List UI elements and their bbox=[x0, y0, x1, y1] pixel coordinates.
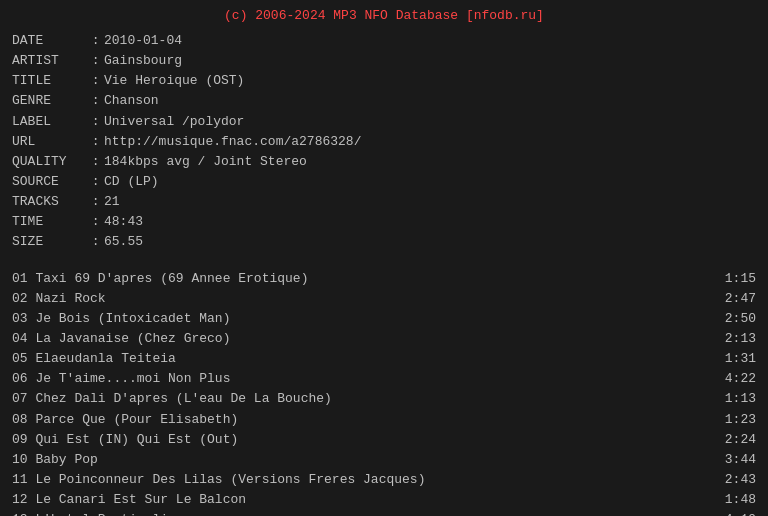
track-time: 1:31 bbox=[716, 349, 756, 369]
meta-val: Chanson bbox=[104, 91, 159, 111]
meta-key: URL bbox=[12, 132, 84, 152]
tracklist-section: 01 Taxi 69 D'apres (69 Annee Erotique) 1… bbox=[12, 269, 756, 516]
track-title: 12 Le Canari Est Sur Le Balcon bbox=[12, 490, 246, 510]
meta-key: SOURCE bbox=[12, 172, 84, 192]
meta-key: SIZE bbox=[12, 232, 84, 252]
meta-key: GENRE bbox=[12, 91, 84, 111]
meta-row: URL : http://musique.fnac.com/a2786328/ bbox=[12, 132, 756, 152]
track-row: 08 Parce Que (Pour Elisabeth) 1:23 bbox=[12, 410, 756, 430]
track-row: 12 Le Canari Est Sur Le Balcon 1:48 bbox=[12, 490, 756, 510]
track-row: 06 Je T'aime....moi Non Plus 4:22 bbox=[12, 369, 756, 389]
meta-key: TRACKS bbox=[12, 192, 84, 212]
track-title: 13 L'hotel Particulier bbox=[12, 510, 184, 516]
meta-sep: : bbox=[84, 51, 104, 71]
meta-row: SOURCE : CD (LP) bbox=[12, 172, 756, 192]
track-time: 1:23 bbox=[716, 410, 756, 430]
meta-sep: : bbox=[84, 212, 104, 232]
meta-val: Universal /polydor bbox=[104, 112, 244, 132]
track-title: 08 Parce Que (Pour Elisabeth) bbox=[12, 410, 238, 430]
meta-key: TIME bbox=[12, 212, 84, 232]
track-title: 03 Je Bois (Intoxicadet Man) bbox=[12, 309, 230, 329]
metadata-section: DATE : 2010-01-04 ARTIST : Gainsbourg TI… bbox=[12, 31, 756, 253]
track-row: 07 Chez Dali D'apres (L'eau De La Bouche… bbox=[12, 389, 756, 409]
meta-val: 65.55 bbox=[104, 232, 143, 252]
track-time: 2:24 bbox=[716, 430, 756, 450]
meta-val: 48:43 bbox=[104, 212, 143, 232]
track-row: 05 Elaeudanla Teiteia 1:31 bbox=[12, 349, 756, 369]
meta-sep: : bbox=[84, 71, 104, 91]
track-time: 4:19 bbox=[716, 510, 756, 516]
meta-row: SIZE : 65.55 bbox=[12, 232, 756, 252]
meta-val: 184kbps avg / Joint Stereo bbox=[104, 152, 307, 172]
meta-key: QUALITY bbox=[12, 152, 84, 172]
meta-row: TIME : 48:43 bbox=[12, 212, 756, 232]
track-title: 06 Je T'aime....moi Non Plus bbox=[12, 369, 230, 389]
meta-key: TITLE bbox=[12, 71, 84, 91]
meta-val: 2010-01-04 bbox=[104, 31, 182, 51]
track-row: 02 Nazi Rock 2:47 bbox=[12, 289, 756, 309]
track-time: 2:50 bbox=[716, 309, 756, 329]
track-row: 01 Taxi 69 D'apres (69 Annee Erotique) 1… bbox=[12, 269, 756, 289]
track-row: 04 La Javanaise (Chez Greco) 2:13 bbox=[12, 329, 756, 349]
meta-sep: : bbox=[84, 31, 104, 51]
meta-sep: : bbox=[84, 192, 104, 212]
track-title: 01 Taxi 69 D'apres (69 Annee Erotique) bbox=[12, 269, 308, 289]
meta-val: 21 bbox=[104, 192, 120, 212]
track-title: 05 Elaeudanla Teiteia bbox=[12, 349, 176, 369]
track-title: 11 Le Poinconneur Des Lilas (Versions Fr… bbox=[12, 470, 425, 490]
track-row: 03 Je Bois (Intoxicadet Man) 2:50 bbox=[12, 309, 756, 329]
meta-val: http://musique.fnac.com/a2786328/ bbox=[104, 132, 361, 152]
track-time: 2:13 bbox=[716, 329, 756, 349]
meta-row: QUALITY : 184kbps avg / Joint Stereo bbox=[12, 152, 756, 172]
meta-val: CD (LP) bbox=[104, 172, 159, 192]
meta-val: Vie Heroique (OST) bbox=[104, 71, 244, 91]
track-time: 1:48 bbox=[716, 490, 756, 510]
meta-sep: : bbox=[84, 172, 104, 192]
track-time: 2:43 bbox=[716, 470, 756, 490]
track-row: 10 Baby Pop 3:44 bbox=[12, 450, 756, 470]
track-row: 11 Le Poinconneur Des Lilas (Versions Fr… bbox=[12, 470, 756, 490]
track-row: 13 L'hotel Particulier 4:19 bbox=[12, 510, 756, 516]
track-title: 04 La Javanaise (Chez Greco) bbox=[12, 329, 230, 349]
meta-key: ARTIST bbox=[12, 51, 84, 71]
meta-row: ARTIST : Gainsbourg bbox=[12, 51, 756, 71]
meta-row: TRACKS : 21 bbox=[12, 192, 756, 212]
track-time: 4:22 bbox=[716, 369, 756, 389]
meta-key: DATE bbox=[12, 31, 84, 51]
meta-row: GENRE : Chanson bbox=[12, 91, 756, 111]
track-time: 1:15 bbox=[716, 269, 756, 289]
meta-row: TITLE : Vie Heroique (OST) bbox=[12, 71, 756, 91]
track-title: 07 Chez Dali D'apres (L'eau De La Bouche… bbox=[12, 389, 332, 409]
meta-sep: : bbox=[84, 91, 104, 111]
meta-row: LABEL : Universal /polydor bbox=[12, 112, 756, 132]
track-title: 10 Baby Pop bbox=[12, 450, 98, 470]
track-row: 09 Qui Est (IN) Qui Est (Out) 2:24 bbox=[12, 430, 756, 450]
meta-val: Gainsbourg bbox=[104, 51, 182, 71]
copyright-header: (c) 2006-2024 MP3 NFO Database [nfodb.ru… bbox=[12, 8, 756, 23]
meta-sep: : bbox=[84, 152, 104, 172]
track-time: 3:44 bbox=[716, 450, 756, 470]
meta-sep: : bbox=[84, 232, 104, 252]
meta-sep: : bbox=[84, 112, 104, 132]
track-time: 2:47 bbox=[716, 289, 756, 309]
track-time: 1:13 bbox=[716, 389, 756, 409]
meta-sep: : bbox=[84, 132, 104, 152]
meta-key: LABEL bbox=[12, 112, 84, 132]
track-title: 09 Qui Est (IN) Qui Est (Out) bbox=[12, 430, 238, 450]
track-title: 02 Nazi Rock bbox=[12, 289, 106, 309]
meta-row: DATE : 2010-01-04 bbox=[12, 31, 756, 51]
